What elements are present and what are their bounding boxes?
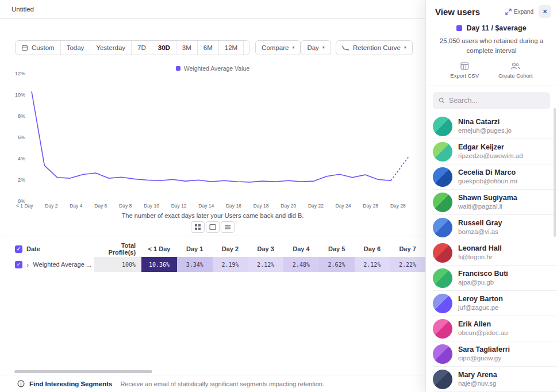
user-name: Edgar Keijzer [458,143,523,152]
user-avatar [433,243,452,263]
user-email: bomza@vi.as [458,228,502,236]
user-avatar [433,370,452,389]
export-csv-icon [460,62,469,70]
table-row[interactable]: ✓ › Weighted Average ... 100% 10.36% 3.3… [15,257,425,272]
user-row[interactable]: Mary Arena naje@nuv.sg [433,367,557,392]
x-tick-label: Day 14 [198,203,214,209]
chart-view-toggles [0,221,425,233]
y-tick-label: 12% [15,71,25,76]
user-email: ripzedzo@uwowim.ad [458,152,523,160]
x-tick-label: Day 10 [144,203,159,209]
toggle-chart-view[interactable] [206,221,220,233]
user-name: Shawn Sugiyama [458,194,517,203]
search-input[interactable] [449,97,544,105]
x-tick-label: Day 22 [308,203,324,209]
retention-cell[interactable]: 3.34% [177,257,213,272]
user-row[interactable]: Russell Gray bomza@vi.as [433,215,557,240]
legend-swatch [456,25,462,31]
panel-header: View users Expand ✕ [426,0,557,20]
horizontal-scrollbar[interactable] [14,370,152,373]
toggle-table-view[interactable] [221,221,235,233]
user-name: Sara Tagliaferri [458,345,510,355]
range-today[interactable]: Today [60,41,90,55]
x-tick-label: Day 4 [70,203,82,209]
chart-view-icon [209,224,216,230]
retention-line-plot [0,61,425,210]
user-name: Leonard Hall [458,244,502,253]
row-label: Weighted Average ... [33,261,91,268]
retention-cell[interactable]: 10.36% [141,257,177,272]
retention-cell[interactable]: 2.62% [319,257,355,272]
range-3m[interactable]: 3M [176,41,197,55]
x-tick-label: Day 18 [253,203,269,209]
user-email: fi@togon.hr [458,253,502,261]
range-30d[interactable]: 30D [152,41,176,55]
y-tick-label: 4% [18,156,25,162]
range-12m[interactable]: 12M [218,41,243,55]
y-tick-label: 6% [18,134,25,140]
user-row[interactable]: Edgar Keijzer ripzedzo@uwowim.ad [433,139,557,164]
panel-title: View users [435,7,505,17]
chevron-down-icon: ▾ [404,45,406,50]
user-list: Nina Catarzi emejuh@puges.jo Edgar Keijz… [426,114,557,392]
x-tick-label: Day 20 [281,203,296,209]
close-button[interactable]: ✕ [539,5,551,18]
compare-button[interactable]: Compare ▾ [255,40,301,55]
x-tick-label: Day 24 [336,203,351,209]
chevron-down-icon: ▾ [322,45,325,50]
retention-cell[interactable]: 2.22% [390,257,425,272]
range-xtd[interactable]: XTD ▾ [243,41,249,55]
toolbar: Custom Today Yesterday 7D 30D 3M 6M 12M … [15,40,413,55]
header-day-6: Day 6 [355,245,390,252]
chevron-down-icon: ▾ [292,45,294,50]
user-avatar [433,193,452,212]
retention-cell[interactable]: 2.19% [213,257,248,272]
range-yesterday[interactable]: Yesterday [90,41,131,55]
user-name: Leroy Barton [458,295,503,304]
user-row[interactable]: Erik Allen obcun@pidec.au [433,316,557,341]
user-row[interactable]: Francisco Buti ajpa@pu.gb [433,266,557,291]
retention-table: ✓ Date Total Profile(s) < 1 Day Day 1 Da… [15,241,425,272]
search-box [433,92,550,109]
user-row[interactable]: Cecelia Di Marco guekpob@ofibun.mr [433,164,557,190]
panel-scrollbar[interactable] [554,108,556,237]
select-all-checkbox[interactable]: ✓ [15,245,22,253]
retention-cell[interactable]: 2.12% [248,257,283,272]
user-email: juf@zaguc.pe [458,303,503,312]
export-csv-button[interactable]: Export CSV [450,62,479,79]
x-tick-label: Day 8 [119,203,132,209]
header-day-2: Day 2 [213,245,248,252]
app-root: Untitled Custom Today Yesterday 7D 30D 3… [0,0,557,392]
total-profiles-cell: 100% [94,257,141,272]
retention-line-projected [391,156,409,180]
retention-cell[interactable]: 2.48% [283,257,319,272]
create-cohort-button[interactable]: Create Cohort [498,62,533,79]
y-tick-label: 10% [15,92,25,98]
grid-view-icon [194,224,201,230]
user-row[interactable]: Leroy Barton juf@zaguc.pe [433,291,557,316]
retention-cell[interactable]: 2.12% [355,257,390,272]
user-row[interactable]: Shawn Sugiyama waiti@pagzal.li [433,190,557,215]
range-7d[interactable]: 7D [131,41,152,55]
header-day-3: Day 3 [248,245,283,252]
user-row[interactable]: Nina Catarzi emejuh@puges.jo [433,114,557,139]
x-tick-label: Day 16 [226,203,241,209]
row-expand-chevron-icon[interactable]: › [26,261,29,268]
user-email: naje@nuv.sg [458,379,497,387]
retention-chart: Weighted Average Value 12%10%8%6%4%2%0% … [0,61,425,235]
row-checkbox[interactable]: ✓ [15,261,22,268]
report-title[interactable]: Untitled [11,6,34,13]
range-custom[interactable]: Custom [16,41,60,55]
user-email: ajpa@pu.gb [458,278,508,286]
range-6m[interactable]: 6M [197,41,218,55]
expand-button[interactable]: Expand [505,9,533,15]
user-row[interactable]: Leonard Hall fi@togon.hr [433,240,557,266]
user-avatar [433,218,452,237]
granularity-dropdown[interactable]: Day ▾ [301,40,331,55]
table-view-icon [224,224,231,230]
footer-title[interactable]: Find Interesting Segments [29,381,112,387]
header-day-1: Day 1 [177,245,213,252]
view-type-dropdown[interactable]: Retention Curve ▾ [336,40,413,55]
toggle-grid-view[interactable] [191,221,205,233]
user-row[interactable]: Sara Tagliaferri cipo@guow.gy [433,341,557,367]
